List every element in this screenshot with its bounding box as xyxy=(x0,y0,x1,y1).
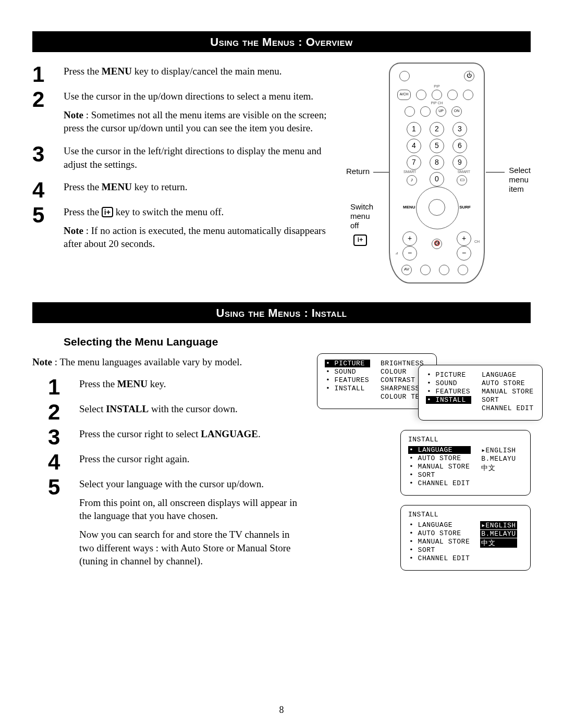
install-step-5: 5 Select your language with the cursor u… xyxy=(48,475,307,573)
step-number: 3 xyxy=(48,425,79,448)
overview-step-2: 2 Use the cursor in the up/down directio… xyxy=(32,88,333,140)
pipch-label: PIP CH xyxy=(426,101,447,105)
install-row: Note : The menu languages available vary… xyxy=(32,353,531,580)
step-text: Press the cursor right again. xyxy=(79,452,307,466)
osd-item: MANUAL STORE xyxy=(408,463,471,471)
sub-heading-select-language: Selecting the Menu Language xyxy=(64,336,531,348)
step-number: 2 xyxy=(32,88,64,110)
on-button: ON xyxy=(451,106,462,117)
osd-right-list: ▸ENGLISHB.MELAYU中文 xyxy=(480,446,517,488)
pip-btn-1 xyxy=(416,90,426,100)
remote-label-return: Return xyxy=(346,167,370,176)
smart-left-label: SMART xyxy=(403,170,416,174)
osd-left-list: LANGUAGEAUTO STOREMANUAL STORESORTCHANNE… xyxy=(408,521,471,563)
step-number: 2 xyxy=(48,400,79,423)
mute-button: 🔇 xyxy=(432,239,442,249)
cursor-ring: MENU SURF xyxy=(416,187,459,229)
install-trailing-2: Now you can search for and store the TV … xyxy=(79,528,307,568)
pip-btn-2 xyxy=(432,90,442,100)
osd-item: LANGUAGE xyxy=(408,446,471,454)
osd-item: ▸ENGLISH xyxy=(480,521,517,529)
pip-label: PIP xyxy=(390,84,484,88)
smart-right-button: ▭ xyxy=(457,175,467,186)
osd-item: AUTO STORE xyxy=(408,529,471,537)
ach-button: A/CH xyxy=(397,90,411,100)
digit-0: 0 xyxy=(430,172,444,187)
vol-icon: ⊿ xyxy=(395,251,398,255)
osd-item: B.MELAYU xyxy=(480,455,517,463)
step-text: Select INSTALL with the cursor down. xyxy=(79,402,307,416)
step-text: Select your language with the cursor up/… xyxy=(79,477,307,491)
osd-item: LANGUAGE xyxy=(481,371,535,379)
digit-5: 5 xyxy=(430,139,444,153)
overview-row: 1 Press the MENU key to display/cancel t… xyxy=(32,63,531,283)
page-number: 8 xyxy=(0,705,563,715)
overview-step-4: 4 Press the MENU key to return. xyxy=(32,178,333,201)
install-step-1: 1 Press the MENU key. xyxy=(48,375,307,398)
cursor-ok xyxy=(429,199,445,216)
osd-item: INSTALL xyxy=(426,396,471,404)
digit-1: 1 xyxy=(407,122,421,137)
step-body: Press the MENU key to display/cancel the… xyxy=(64,63,333,83)
osd-item: FEATURES xyxy=(426,388,471,396)
ch-up-button: + xyxy=(457,231,471,246)
osd-item: INSTALL xyxy=(325,385,370,392)
overview-step-3: 3 Use the cursor in the left/right direc… xyxy=(32,142,333,176)
digit-4: 4 xyxy=(407,139,421,153)
osd-item: 中文 xyxy=(480,538,517,548)
step-number: 1 xyxy=(48,375,79,398)
osd-item: SOUND xyxy=(325,368,370,376)
ch-label: CH xyxy=(474,240,480,243)
bottom-btn-2 xyxy=(420,265,431,275)
step-body: Press the MENU key to return. xyxy=(64,178,333,199)
pip-btn-4 xyxy=(463,90,473,100)
osd-title: INSTALL xyxy=(408,436,523,443)
smart-right-label: SMART xyxy=(458,170,470,174)
av-button: AV xyxy=(401,265,412,275)
step-body: Press the i+ key to switch the menu off.… xyxy=(64,203,333,256)
up-button: UP xyxy=(436,106,446,117)
step-number: 4 xyxy=(32,178,64,201)
install-trailing-1: From this point on, all onscreen display… xyxy=(79,496,307,523)
osd-item: SORT xyxy=(408,546,471,554)
leader-line xyxy=(486,172,505,172)
osd-right-list: ▸ENGLISHB.MELAYU中文 xyxy=(480,521,517,563)
osd-item: SORT xyxy=(408,471,471,479)
osd-item: 中文 xyxy=(480,463,517,473)
osd-item: CHANNEL EDIT xyxy=(481,404,535,412)
osd-item: AUTO STORE xyxy=(408,454,471,462)
step-text: Press the MENU key to display/cancel the… xyxy=(64,65,333,78)
remote-label-select-item: Select menu item xyxy=(509,166,531,194)
step-text: Press the MENU key to return. xyxy=(64,180,333,194)
section-heading-overview: Using the Menus : Overview xyxy=(32,31,531,52)
step-number: 5 xyxy=(48,475,79,498)
osd-title: INSTALL xyxy=(408,511,523,519)
remote-btn-top-left xyxy=(399,71,410,81)
osd-menu-install: PICTURESOUNDFEATURESINSTALL LANGUAGEAUTO… xyxy=(418,365,543,421)
osd-screenshots: PICTURESOUNDFEATURESINSTALL BRIGHTNESSCO… xyxy=(317,353,531,580)
bottom-btn-3 xyxy=(439,265,449,275)
step-note: Note : Sometimes not all the menu items … xyxy=(64,108,333,135)
step-note: Note : If no action is executed, the men… xyxy=(64,224,333,251)
install-step-3: 3 Press the cursor right to select LANGU… xyxy=(48,425,307,448)
osd-item: AUTO STORE xyxy=(481,379,535,387)
osd-install-language-highlight: INSTALL LANGUAGEAUTO STOREMANUAL STORESO… xyxy=(400,505,531,571)
osd-item: CHANNEL EDIT xyxy=(408,479,471,487)
osd-item: SOUND xyxy=(426,379,471,387)
remote-body: ⏻ PIP A/CH PIP CH UP ON 1 2 3 4 5 6 7 xyxy=(389,63,485,283)
step-body: Use the cursor in the up/down directions… xyxy=(64,88,333,140)
digit-8: 8 xyxy=(430,155,444,170)
step-text: Use the cursor in the left/right directi… xyxy=(64,144,333,171)
osd-pair-top: PICTURESOUNDFEATURESINSTALL BRIGHTNESSCO… xyxy=(317,353,531,430)
section-heading-overview-text: Using the Menus : Overview xyxy=(210,35,352,48)
remote-diagram: Return Switch menu off i+ Select menu it… xyxy=(343,63,531,283)
pip-btn-3 xyxy=(447,90,458,100)
osd-item: PICTURE xyxy=(426,371,471,379)
overview-steps: 1 Press the MENU key to display/cancel t… xyxy=(32,63,343,258)
section-heading-install: Using the Menus : Install xyxy=(32,302,531,323)
digit-6: 6 xyxy=(452,139,467,153)
step-number: 5 xyxy=(32,203,64,226)
step-text: Use the cursor in the up/down directions… xyxy=(64,90,333,103)
digit-2: 2 xyxy=(430,122,444,137)
smart-left-button: ♪ xyxy=(407,175,417,186)
